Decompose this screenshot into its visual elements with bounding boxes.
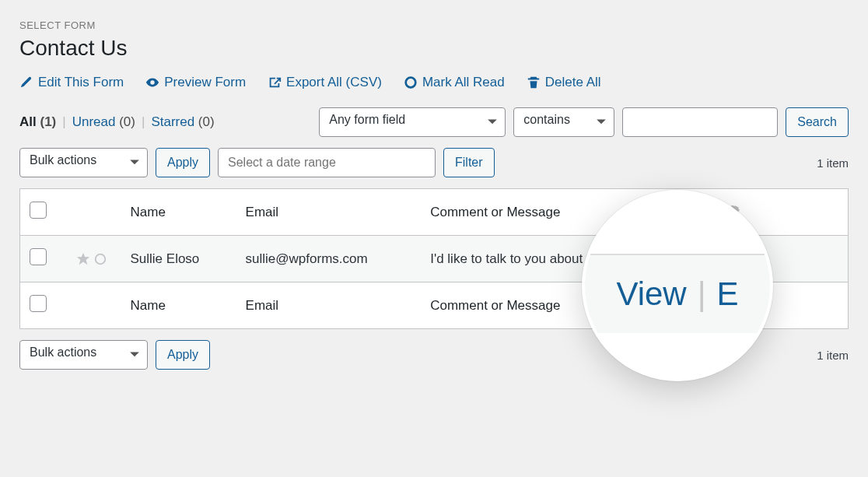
delete-all-link[interactable]: Delete All [527,75,601,90]
col-name[interactable]: Name [121,189,236,236]
preview-form-link[interactable]: Preview Form [145,75,246,90]
operator-select[interactable]: contains [513,107,614,137]
status-filters: All (1) | Unread (0) | Starred (0) [19,114,215,130]
svg-point-0 [406,78,416,88]
edit-form-link[interactable]: Edit This Form [19,75,124,90]
cell-name: Sullie Eloso [121,236,236,282]
bulk-actions-select-bottom[interactable]: Bulk actions [19,340,148,370]
col-email[interactable]: Email [236,189,422,236]
separator: | [698,275,706,313]
filters-row-2: Bulk actions Apply Filter 1 item [19,148,849,177]
bulk-actions-bottom-wrap: Bulk actions [19,340,148,370]
eye-icon [145,75,159,89]
bulk-actions-select[interactable]: Bulk actions [19,148,148,177]
circle-icon [404,75,418,89]
svg-point-1 [96,254,106,265]
col-name-foot[interactable]: Name [121,282,236,329]
cell-email: sullie@wpforms.com [236,236,422,282]
select-all-checkbox[interactable] [30,202,47,219]
mark-all-read-label: Mark All Read [422,75,505,90]
pencil-icon [19,75,33,89]
magnifier-callout: View | E [582,190,773,381]
trash-icon [527,75,541,89]
field-select[interactable]: Any form field [319,107,506,137]
search-button[interactable]: Search [786,107,849,137]
field-select-wrap: Any form field [319,107,506,137]
item-count-bottom: 1 item [817,349,849,362]
filter-button[interactable]: Filter [443,148,495,177]
filter-starred[interactable]: Starred (0) [151,114,214,130]
filters-row-1: All (1) | Unread (0) | Starred (0) Any f… [19,107,849,137]
magnified-edit-link[interactable]: E [717,275,739,313]
separator: | [142,114,145,130]
apply-button-bottom[interactable]: Apply [156,340,210,370]
bulk-actions-wrap: Bulk actions [19,148,148,177]
read-indicator-icon[interactable] [93,252,107,266]
search-value-input[interactable] [622,107,778,137]
export-csv-link[interactable]: Export All (CSV) [268,75,382,90]
export-csv-label: Export All (CSV) [286,75,382,90]
delete-all-label: Delete All [545,75,601,90]
mark-all-read-link[interactable]: Mark All Read [404,75,505,90]
operator-select-wrap: contains [513,107,614,137]
magnified-view-link[interactable]: View [616,275,686,313]
item-count-top: 1 item [817,156,849,170]
select-all-checkbox-bottom[interactable] [30,295,47,312]
edit-form-label: Edit This Form [38,75,124,90]
form-actions-row: Edit This Form Preview Form Export All (… [19,75,849,90]
filter-all[interactable]: All (1) [19,114,56,130]
preview-form-label: Preview Form [164,75,246,90]
star-icon[interactable] [76,252,90,266]
date-range-input[interactable] [218,148,436,177]
select-form-label: SELECT FORM [19,19,849,31]
page-title: Contact Us [19,36,849,61]
filter-unread[interactable]: Unread (0) [72,114,135,130]
apply-button[interactable]: Apply [156,148,210,177]
export-icon [268,75,282,89]
row-checkbox[interactable] [30,248,47,265]
separator: | [62,114,65,130]
col-email-foot[interactable]: Email [236,282,422,329]
